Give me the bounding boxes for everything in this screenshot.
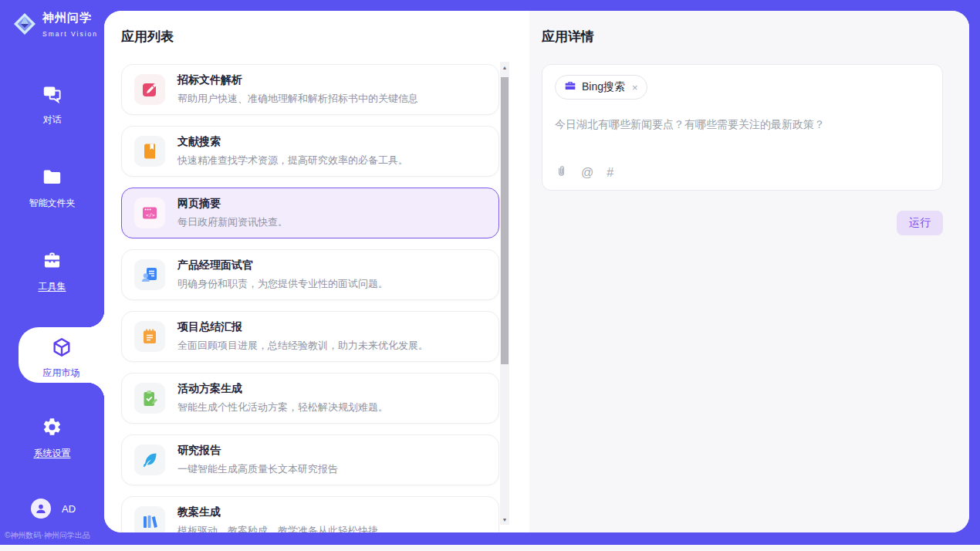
- list-item-lesson-plan[interactable]: 教案生成 模板驱动，教案秒成，教学准备从此轻松快捷: [121, 496, 499, 532]
- query-text[interactable]: 今日湖北有哪些新闻要点？有哪些需要关注的最新政策？: [555, 117, 930, 133]
- cube-icon: [51, 347, 73, 360]
- logo-diamond-icon: [12, 12, 37, 39]
- sidebar-item-app-market[interactable]: 应用市场: [19, 327, 104, 383]
- list-item-bid-parse[interactable]: 招标文件解析 帮助用户快速、准确地理解和解析招标书中的关键信息: [121, 64, 499, 115]
- app-title: 活动方案生成: [177, 382, 388, 396]
- chat-icon: [0, 83, 104, 107]
- app-desc: 一键智能生成高质量长文本研究报告: [177, 462, 338, 476]
- app-logo: 神州问学 Smart Vision: [12, 11, 104, 39]
- sidebar-item-chat[interactable]: 对话: [0, 83, 104, 127]
- app-desc: 帮助用户快速、准确地理解和解析招标书中的关键信息: [177, 92, 418, 106]
- app-desc: 模板驱动，教案秒成，教学准备从此轻松快捷: [177, 524, 378, 532]
- copyright-text: ©神州数码·神州问学出品: [5, 530, 90, 541]
- app-desc: 明确身份和职责，为您提供专业性的面试问题。: [177, 277, 388, 291]
- app-list: 招标文件解析 帮助用户快速、准确地理解和解析招标书中的关键信息 文献搜索 快速精…: [121, 64, 499, 532]
- scrollbar-track[interactable]: ▲ ▼: [500, 62, 509, 525]
- app-title: 产品经理面试官: [177, 259, 388, 272]
- sidebar: 神州问学 Smart Vision 对话 智能文件夹 工具集 应用市场 系统设置: [0, 0, 104, 551]
- list-item-pm-interviewer[interactable]: 产品经理面试官 明确身份和职责，为您提供专业性的面试问题。: [121, 249, 499, 300]
- app-title: 教案生成: [177, 505, 378, 519]
- edit-square-icon: [134, 74, 165, 105]
- hashtag-icon[interactable]: #: [607, 166, 613, 180]
- list-item-literature-search[interactable]: 文献搜索 快速精准查找学术资源，提高研究效率的必备工具。: [121, 126, 499, 177]
- paperclip-icon[interactable]: [555, 164, 568, 181]
- sidebar-item-toolset[interactable]: 工具集: [0, 250, 104, 293]
- note-icon: [134, 321, 165, 352]
- scroll-up-icon[interactable]: ▲: [500, 62, 509, 73]
- app-list-panel: 应用列表 招标文件解析 帮助用户快速、准确地理解和解析招标书中的关键信息 文献搜…: [104, 11, 529, 532]
- list-item-research-report[interactable]: 研究报告 一键智能生成高质量长文本研究报告: [121, 434, 499, 485]
- scrollbar-thumb[interactable]: [501, 77, 509, 364]
- clipboard-check-icon: [134, 383, 165, 414]
- sidebar-item-label: 工具集: [0, 280, 104, 293]
- book-icon: [134, 136, 165, 167]
- gear-icon: [0, 417, 104, 441]
- list-item-web-summary[interactable]: </> 网页摘要 每日政府新闻资讯快查。: [121, 188, 499, 238]
- window-bottom-strip: [0, 545, 980, 551]
- run-button[interactable]: 运行: [897, 211, 943, 235]
- sidebar-item-smart-folder[interactable]: 智能文件夹: [0, 167, 104, 210]
- briefcase-icon: [564, 79, 576, 95]
- svg-text:</>: </>: [146, 212, 155, 218]
- list-item-project-summary[interactable]: 项目总结汇报 全面回顾项目进展，总结经验教训，助力未来优化发展。: [121, 311, 499, 362]
- input-tools-row: @ #: [555, 164, 930, 181]
- user-account[interactable]: AD: [31, 499, 76, 519]
- app-detail-panel: 应用详情 Bing搜索 × 今日湖北有哪些新闻要点？有哪些需要关注的最新政策？ …: [529, 11, 969, 532]
- sidebar-item-label: 应用市场: [19, 367, 104, 380]
- brand-subtitle: Smart Vision: [42, 30, 98, 38]
- prompt-input-card[interactable]: Bing搜索 × 今日湖北有哪些新闻要点？有哪些需要关注的最新政策？ @ #: [542, 64, 943, 191]
- app-detail-title: 应用详情: [542, 28, 943, 46]
- books-icon: [134, 506, 165, 532]
- sidebar-item-label: 系统设置: [0, 447, 104, 460]
- tag-close-icon[interactable]: ×: [632, 82, 638, 93]
- tool-tag-bing-search[interactable]: Bing搜索 ×: [555, 75, 647, 100]
- app-title: 文献搜索: [177, 135, 408, 149]
- scroll-down-icon[interactable]: ▼: [500, 514, 509, 525]
- user-name: AD: [62, 503, 76, 515]
- app-desc: 每日政府新闻资讯快查。: [177, 215, 288, 229]
- app-title: 招标文件解析: [177, 73, 418, 87]
- toolbox-icon: [0, 250, 104, 274]
- avatar: [31, 499, 51, 519]
- folder-icon: [0, 167, 104, 191]
- sidebar-item-label: 智能文件夹: [0, 197, 104, 210]
- main-content: 应用列表 招标文件解析 帮助用户快速、准确地理解和解析招标书中的关键信息 文献搜…: [104, 11, 969, 532]
- mention-icon[interactable]: @: [581, 166, 593, 180]
- sidebar-item-label: 对话: [0, 113, 104, 127]
- app-title: 研究报告: [177, 444, 338, 458]
- app-desc: 智能生成个性化活动方案，轻松解决规划难题。: [177, 401, 388, 414]
- app-title: 项目总结汇报: [177, 320, 428, 334]
- tool-tag-label: Bing搜索: [582, 80, 625, 94]
- app-list-title: 应用列表: [121, 28, 529, 46]
- quill-icon: [134, 445, 165, 475]
- interview-doc-icon: [134, 259, 165, 290]
- app-desc: 快速精准查找学术资源，提高研究效率的必备工具。: [177, 154, 408, 167]
- browser-code-icon: </>: [134, 198, 165, 228]
- brand-name: 神州问学: [42, 11, 92, 24]
- app-desc: 全面回顾项目进展，总结经验教训，助力未来优化发展。: [177, 339, 428, 353]
- list-item-event-plan[interactable]: 活动方案生成 智能生成个性化活动方案，轻松解决规划难题。: [121, 373, 499, 424]
- sidebar-item-settings[interactable]: 系统设置: [0, 417, 104, 460]
- app-title: 网页摘要: [177, 197, 288, 211]
